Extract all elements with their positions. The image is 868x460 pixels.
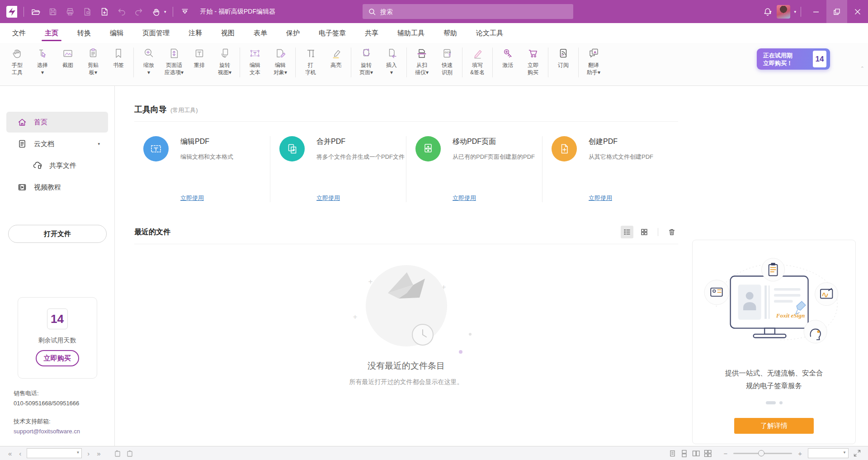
last-page-button[interactable]: » [95, 450, 102, 457]
tool-hand[interactable]: 手型工具 [5, 46, 30, 76]
tool-card-move-pdf-pages[interactable]: 移动PDF页面从已有的PDF页面创建新的PDF 立即使用 [406, 136, 542, 202]
tool-subscribe[interactable]: 订阅 [551, 46, 576, 69]
continuous-view-icon[interactable] [680, 450, 688, 457]
search-bar[interactable] [363, 4, 573, 19]
clear-recent-trash-button[interactable] [665, 226, 678, 238]
use-now-link[interactable]: 立即使用 [316, 194, 340, 202]
export-page-icon[interactable] [82, 6, 93, 17]
menu-esign[interactable]: 电子签章 [309, 23, 355, 43]
tool-quick-ocr[interactable]: OCR快速识别 [434, 46, 460, 76]
page-number-input[interactable] [27, 448, 82, 458]
tool-zoom[interactable]: 缩放▾ [136, 46, 161, 76]
create-page-icon[interactable] [99, 6, 110, 17]
tool-rotate-view[interactable]: 旋转视图▾ [212, 46, 237, 76]
recent-files-title: 最近的文件 [134, 228, 170, 237]
use-now-link[interactable]: 立即使用 [589, 194, 612, 202]
zoom-in-button[interactable]: + [796, 450, 804, 457]
open-file-icon[interactable] [30, 6, 41, 17]
menu-comment[interactable]: 注释 [179, 23, 212, 43]
menu-paper-tools[interactable]: 论文工具 [467, 23, 513, 43]
tool-edit-object[interactable]: 编辑对象▾ [268, 46, 293, 76]
tool-fit-options[interactable]: 页面适应选项▾ [161, 46, 187, 76]
tool-rotate-pages[interactable]: 旋转页面▾ [354, 46, 379, 76]
list-view-button[interactable] [621, 226, 633, 238]
minimize-button[interactable] [806, 0, 826, 23]
tool-snapshot[interactable]: 截图 [55, 46, 80, 69]
previous-page-button[interactable]: ‹ [17, 450, 23, 457]
menu-share[interactable]: 共享 [355, 23, 388, 43]
support-email-address[interactable]: support@foxitsoftware.cn [14, 427, 114, 436]
open-file-button[interactable]: 打开文件 [8, 225, 107, 243]
sidebar-item-video-tutorials[interactable]: 视频教程 [6, 177, 108, 198]
menu-edit[interactable]: 编辑 [100, 23, 133, 43]
previous-view-icon[interactable] [113, 449, 122, 457]
hand-tool-icon[interactable] [151, 6, 161, 17]
print-icon[interactable] [65, 6, 75, 17]
main-content: 工具向导 (常用工具) 编辑PDF编辑文档和文本格式 立即使用 合并PDF将多个… [115, 86, 868, 446]
tool-highlight[interactable]: 高亮 [323, 46, 349, 69]
close-button[interactable] [847, 0, 868, 23]
fit-screen-icon[interactable] [853, 449, 862, 458]
grid-view-button[interactable] [638, 226, 651, 238]
trial-badge[interactable]: 正在试用期立即购买！ 14 [757, 48, 830, 70]
menu-view[interactable]: 视图 [212, 23, 244, 43]
learn-more-button[interactable]: 了解详情 [734, 418, 814, 434]
tool-card-edit-pdf[interactable]: 编辑PDF编辑文档和文本格式 立即使用 [134, 136, 270, 202]
buy-now-button[interactable]: 立即购买 [36, 350, 79, 366]
tool-from-scanner[interactable]: 从扫描仪▾ [409, 46, 434, 76]
menu-form[interactable]: 表单 [244, 23, 277, 43]
tool-clipboard[interactable]: 剪贴板▾ [80, 46, 106, 76]
undo-icon[interactable] [116, 6, 127, 17]
tool-card-merge-pdf[interactable]: 合并PDF将多个文件合并生成一个PDF文件 立即使用 [270, 136, 406, 202]
notifications-dropdown-caret[interactable]: ▾ [769, 9, 772, 14]
tool-reflow[interactable]: 重排 [187, 46, 212, 69]
carousel-dot-active[interactable] [766, 401, 776, 404]
zoom-slider-thumb[interactable] [758, 450, 764, 456]
hand-tool-dropdown-caret[interactable]: ▾ [164, 9, 166, 14]
account-dropdown-caret[interactable]: ▾ [794, 9, 796, 14]
single-page-view-icon[interactable] [669, 450, 676, 457]
tool-buy-now[interactable]: 立即购买 [520, 46, 546, 76]
facing-view-icon[interactable] [692, 450, 700, 457]
maximize-restore-button[interactable] [826, 0, 847, 23]
menu-help[interactable]: 帮助 [434, 23, 467, 43]
zoom-slider[interactable] [733, 453, 792, 454]
next-view-icon[interactable] [125, 449, 133, 457]
tool-bookmark[interactable]: 书签 [106, 46, 131, 69]
tool-cards: 编辑PDF编辑文档和文本格式 立即使用 合并PDF将多个文件合并生成一个PDF文… [134, 136, 678, 202]
tool-insert[interactable]: 插入▾ [379, 46, 404, 76]
save-icon[interactable] [47, 6, 58, 17]
zoom-out-button[interactable]: − [722, 450, 729, 457]
use-now-link[interactable]: 立即使用 [453, 194, 476, 202]
carousel-dot[interactable] [779, 401, 783, 404]
sidebar-item-shared-files[interactable]: 共享文件 [6, 155, 108, 176]
chevron-down-icon[interactable]: ▼ [843, 451, 846, 455]
account-avatar[interactable] [777, 5, 790, 19]
menu-file[interactable]: 文件 [3, 23, 35, 43]
menu-home[interactable]: 主页 [35, 23, 68, 43]
tool-card-create-pdf[interactable]: 创建PDF从其它格式文件创建PDF 立即使用 [542, 136, 678, 202]
facing-continuous-view-icon[interactable] [704, 450, 712, 457]
use-now-link[interactable]: 立即使用 [180, 194, 204, 202]
chevron-down-icon[interactable]: ▼ [76, 451, 80, 455]
scroll-up-chevron-icon[interactable]: ⌃ [860, 66, 864, 71]
menu-protect[interactable]: 保护 [277, 23, 309, 43]
tool-edit-text[interactable]: 编辑文本 [242, 46, 268, 76]
first-page-button[interactable]: « [6, 450, 14, 457]
carousel-dots[interactable] [693, 401, 855, 404]
tool-fill-sign[interactable]: 填写&签名 [465, 46, 490, 76]
search-input[interactable] [380, 8, 552, 15]
menu-convert[interactable]: 转换 [68, 23, 100, 43]
tool-select[interactable]: 选择▾ [30, 46, 55, 76]
tool-typewriter[interactable]: 打字机 [298, 46, 323, 76]
tool-activate[interactable]: 激活 [495, 46, 520, 69]
collapse-toolbar-icon[interactable] [179, 6, 190, 17]
menu-page-organize[interactable]: 页面管理 [133, 23, 179, 43]
next-page-button[interactable]: › [85, 450, 91, 457]
menu-accessibility[interactable]: 辅助工具 [388, 23, 434, 43]
redo-icon[interactable] [133, 6, 144, 17]
tool-translate-assistant[interactable]: A翻译助手▾ [581, 46, 606, 76]
sidebar-item-home[interactable]: 首页 [6, 112, 108, 133]
chevron-down-icon[interactable]: ▾ [98, 142, 100, 146]
sidebar-item-cloud-docs[interactable]: 云文档 ▾ [6, 133, 108, 154]
